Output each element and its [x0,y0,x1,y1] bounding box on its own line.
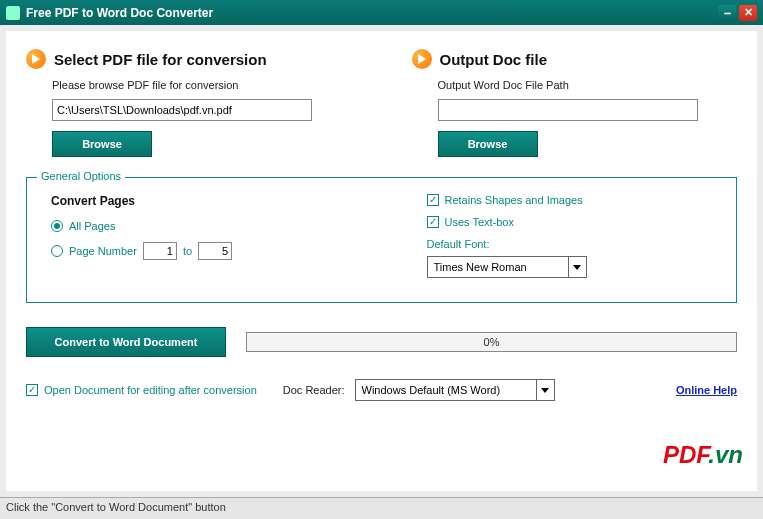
close-button[interactable]: ✕ [739,5,757,21]
window-title: Free PDF to Word Doc Converter [26,6,213,20]
arrow-icon [412,49,432,69]
radio-page-number[interactable] [51,245,63,257]
to-label: to [183,245,192,257]
input-path-field[interactable] [52,99,312,121]
input-browse-button[interactable]: Browse [52,131,152,157]
page-number-label: Page Number [69,245,137,257]
input-panel: Select PDF file for conversion Please br… [26,49,352,157]
default-font-select[interactable]: Times New Roman [427,256,587,278]
online-help-link[interactable]: Online Help [676,384,737,396]
progress-bar: 0% [246,332,737,352]
input-sub: Please browse PDF file for conversion [52,79,352,91]
retains-label: Retains Shapes and Images [445,194,583,206]
doc-reader-value: Windows Default (MS Word) [356,384,536,396]
general-options-fieldset: General Options Convert Pages All Pages … [26,177,737,303]
status-bar: Click the "Convert to Word Document" but… [0,497,763,519]
input-heading: Select PDF file for conversion [54,51,267,68]
output-path-field[interactable] [438,99,698,121]
checkbox-retains-shapes[interactable]: ✓ [427,194,439,206]
convert-pages-title: Convert Pages [51,194,337,208]
arrow-icon [26,49,46,69]
watermark: PDF.vn [663,441,743,469]
default-font-value: Times New Roman [428,261,568,273]
doc-reader-select[interactable]: Windows Default (MS Word) [355,379,555,401]
doc-reader-label: Doc Reader: [283,384,345,396]
titlebar: Free PDF to Word Doc Converter ‒ ✕ [0,0,763,25]
minimize-button[interactable]: ‒ [718,5,736,21]
content-area: Select PDF file for conversion Please br… [6,31,757,491]
output-browse-button[interactable]: Browse [438,131,538,157]
open-after-label: Open Document for editing after conversi… [44,384,257,396]
textbox-label: Uses Text-box [445,216,515,228]
output-sub: Output Word Doc File Path [438,79,738,91]
app-icon [6,6,20,20]
checkbox-uses-textbox[interactable]: ✓ [427,216,439,228]
checkbox-open-after[interactable]: ✓ [26,384,38,396]
output-heading: Output Doc file [440,51,548,68]
fieldset-legend: General Options [37,170,125,182]
chevron-down-icon[interactable] [568,257,586,277]
all-pages-label: All Pages [69,220,115,232]
radio-all-pages[interactable] [51,220,63,232]
page-from-input[interactable] [143,242,177,260]
chevron-down-icon[interactable] [536,380,554,400]
page-to-input[interactable] [198,242,232,260]
output-panel: Output Doc file Output Word Doc File Pat… [412,49,738,157]
default-font-label: Default Font: [427,238,713,250]
convert-button[interactable]: Convert to Word Document [26,327,226,357]
